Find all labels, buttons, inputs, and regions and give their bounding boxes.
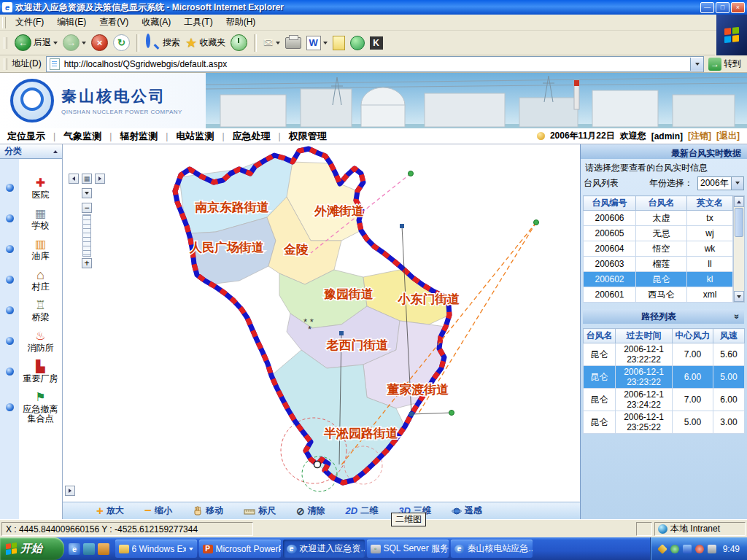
path-row-selected[interactable]: 昆仑2006-12-1 23:23:22 6.005.00 [584,366,745,389]
collapse-chevrons-icon[interactable]: » [732,314,743,319]
logout-link[interactable]: [注销] [688,130,711,142]
quick-launch-media-icon[interactable] [98,543,109,555]
tray-antivirus-icon[interactable] [695,545,704,553]
tab-emergency-handling[interactable]: 应急处理 [231,130,272,143]
go-button[interactable]: → 转到 [708,58,744,71]
path-row[interactable]: 昆仑2006-12-1 23:22:22 7.005.60 [584,343,745,366]
path-row[interactable]: 昆仑2006-12-1 23:24:22 7.006.00 [584,389,745,411]
tab-permission-mgmt[interactable]: 权限管理 [287,130,328,143]
sidebar-item-school[interactable]: ▦ 学校 [0,206,62,230]
category-header[interactable]: 分类 [0,144,62,159]
sidebar-item-fire-station[interactable]: ♨ 消防所 [0,329,62,353]
path-row[interactable]: 昆仑2006-12-1 23:25:22 5.003.00 [584,411,745,434]
remote-sensing-tool[interactable]: 遥感 [452,505,482,517]
street-label: 南京东路街道 [195,201,269,214]
pan-right-button[interactable] [95,174,105,184]
menu-view[interactable]: 查看(V) [93,15,135,30]
fire-station-icon: ♨ [35,330,45,342]
menu-tools[interactable]: 工具(T) [177,15,219,30]
clock[interactable]: 9:49 [723,544,740,554]
address-input[interactable] [63,58,690,71]
exit-link[interactable]: [退出] [716,130,740,142]
toolbar-grip[interactable] [2,17,6,28]
favorites-button[interactable]: ★ 收藏夹 [185,34,226,52]
minimize-button[interactable]: — [700,2,714,13]
tray-shield-icon[interactable] [657,544,667,554]
year-select[interactable]: 2006年 [697,176,744,190]
overview-button[interactable]: ▦ [82,174,92,184]
taskbar-button-ie-qinshan[interactable]: e 秦山核电站应急... [451,540,533,558]
view-2d-tool[interactable]: 2D 二维 [346,505,379,517]
search-button[interactable]: 搜索 [145,35,181,51]
tray-ime-icon[interactable] [708,545,716,553]
menu-edit[interactable]: 编辑(E) [50,15,93,30]
assembly-point-icon: ⚑ [35,391,45,403]
pan-left-button[interactable] [69,174,79,184]
close-button[interactable]: × [731,2,745,13]
tab-radiation-monitor[interactable]: 辐射监测 [118,130,159,143]
sidebar-item-oil-depot[interactable]: ▥ 油库 [0,237,62,261]
tree-bullet-icon [0,276,19,284]
zoom-in-tool[interactable]: + 放大 [96,505,124,517]
back-button[interactable]: ← 后退 [14,34,58,52]
scroll-up-button[interactable] [734,196,744,207]
refresh-button[interactable]: ↻ [112,34,131,52]
show-desktop-icon[interactable] [83,543,95,555]
menu-favorites[interactable]: 收藏(A) [135,15,177,30]
toolbar-grip[interactable] [4,37,7,49]
typhoon-row[interactable]: 200601西马仑xml [584,287,733,303]
taskbar-button-ie-active[interactable]: e 欢迎进入应急资... [283,540,365,558]
mail-button[interactable]: ✉ [263,35,280,50]
pan-tool[interactable]: 移动 [193,505,223,517]
tab-weather-monitor[interactable]: 气象监测 [62,130,103,143]
tray-network-icon[interactable] [670,545,679,553]
typhoon-row-selected[interactable]: 200602昆仑kl [584,272,733,287]
zoom-out-tool[interactable]: − 缩小 [144,505,172,517]
k-plugin-button[interactable]: K [369,36,384,50]
scroll-down-button[interactable] [734,291,744,302]
edit-word-button[interactable]: W [306,35,328,51]
typhoon-row[interactable]: 200603榴莲ll [584,257,733,272]
print-button[interactable] [285,36,302,50]
banner: 秦山核电公司 QINSHAN NUCLEAR POWER COMPANY [0,73,747,128]
messenger-button[interactable] [349,35,365,51]
typhoon-row[interactable]: 200606太虚tx [584,211,733,226]
sidebar-item-village[interactable]: ⌂ 村庄 [0,268,62,292]
menu-help[interactable]: 帮助(H) [220,15,263,30]
tab-location-display[interactable]: 定位显示 [6,130,47,143]
address-dropdown-button[interactable] [690,58,703,71]
year-select-arrow[interactable] [731,177,743,190]
scroll-thumb[interactable] [735,208,743,237]
tab-station-monitor[interactable]: 电站监测 [174,130,215,143]
date-icon [537,132,545,140]
sidebar-expander-button[interactable] [65,486,75,496]
path-list-header[interactable]: 路径列表 » [583,309,744,324]
gis-map[interactable]: * * * 南京东路街道 外滩街道 人民广场街道 金陵 豫园街道 小东门街道 老… [63,144,580,502]
typhoon-row[interactable]: 200605无忌wj [584,226,733,241]
maximize-button[interactable]: □ [716,2,729,13]
sidebar-item-hospital[interactable]: ✚ 医院 [0,176,62,200]
start-button[interactable]: 开始 [0,537,64,560]
menu-file[interactable]: 文件(F) [9,15,50,30]
toolbar-grip[interactable] [4,58,7,70]
taskbar-button-sql-server[interactable]: ◦ SQL Server 服务... [367,540,449,558]
ruler-tool[interactable]: 标尺 [244,505,276,517]
clear-tool[interactable]: ⊘ 清除 [296,505,325,517]
sidebar-item-bridge[interactable]: ♖ 桥梁 [0,298,62,322]
taskbar-button-explorer-group[interactable]: 6 Windows Expl... [115,540,197,558]
tray-volume-icon[interactable] [683,545,692,553]
sidebar-item-key-buildings[interactable]: ▙ 重要厂房 [0,359,62,384]
typhoon-row[interactable]: 200604悟空wk [584,241,733,257]
zoom-out-step-button[interactable]: − [82,203,92,213]
quick-launch-ie-icon[interactable]: e [69,543,80,555]
stop-button[interactable]: × [90,34,109,52]
table-scrollbar[interactable] [733,195,745,303]
sidebar-item-assembly-point[interactable]: ⚑ 应急撤离集合点 [0,390,62,424]
taskbar-button-powerpoint[interactable]: P Microsoft PowerP... [199,540,281,558]
zoom-slider[interactable] [82,214,91,257]
forward-button[interactable]: → [62,34,87,52]
zoom-in-step-button[interactable]: + [82,258,92,268]
history-button[interactable] [230,34,248,52]
notes-button[interactable] [332,35,346,51]
pan-down-button[interactable] [82,188,92,198]
